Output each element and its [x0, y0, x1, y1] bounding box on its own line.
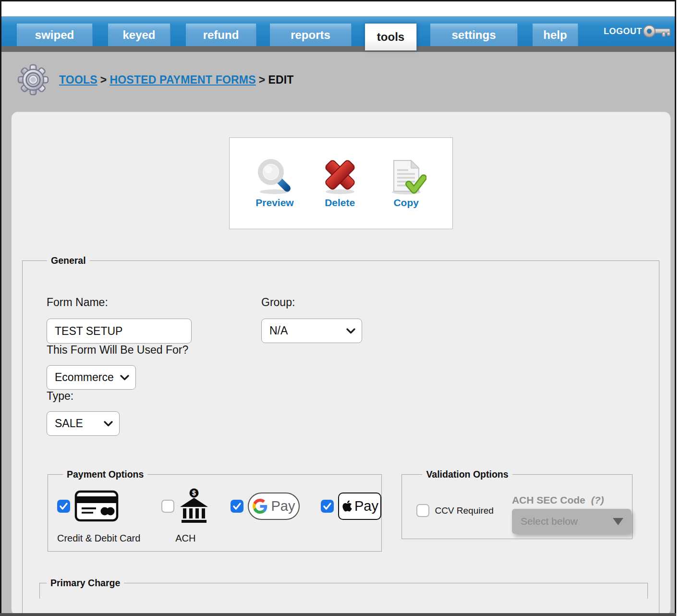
google-pay-logo: Pay — [248, 493, 300, 520]
page-background: TOOLS>HOSTED PAYMENT FORMS>EDIT — [1, 52, 675, 616]
credit-card-icon — [74, 490, 119, 522]
payment-option-gpay: Pay — [231, 490, 300, 522]
general-fieldset: General Form Name: Group: N/A — [22, 255, 659, 614]
document-check-icon — [386, 159, 426, 195]
tab-keyed[interactable]: keyed — [108, 24, 170, 46]
form-name-input[interactable] — [47, 319, 192, 344]
group-select-value: N/A — [269, 324, 288, 337]
form-name-label: Form Name: — [47, 296, 261, 309]
ach-sec-code-select-value: Select below — [521, 516, 578, 527]
ach-checkbox[interactable] — [161, 500, 174, 513]
breadcrumb-link-hosted-payment-forms[interactable]: HOSTED PAYMENT FORMS — [109, 74, 255, 86]
key-icon — [642, 22, 672, 41]
tab-refund[interactable]: refund — [186, 24, 256, 46]
validation-options-legend: Validation Options — [422, 469, 512, 480]
group-label: Group: — [261, 296, 362, 309]
delete-button[interactable]: Delete — [321, 159, 359, 209]
card-option-label: Credit & Debit Card — [57, 533, 140, 544]
dropdown-triangle-icon — [613, 518, 623, 525]
red-x-icon — [321, 159, 359, 195]
top-spacer — [1, 1, 675, 16]
primary-charge-fieldset: Primary Charge — [39, 578, 648, 599]
apple-pay-logo: Pay — [338, 493, 381, 520]
general-legend: General — [47, 255, 90, 266]
payment-option-ach: $ — [161, 490, 209, 544]
applepay-checkbox[interactable] — [321, 500, 334, 513]
svg-text:$: $ — [193, 489, 196, 497]
gpay-label: Pay — [271, 498, 295, 514]
ach-option-label: ACH — [161, 533, 209, 544]
payment-options-fieldset: Payment Options — [48, 469, 382, 552]
screen: swiped keyed refund reports tools settin… — [0, 0, 681, 616]
form-action-box: Preview — [229, 137, 453, 229]
tab-reports[interactable]: reports — [270, 24, 352, 46]
bottom-edge — [0, 613, 676, 616]
validation-options-fieldset: Validation Options CCV Required ACH SEC — [401, 469, 632, 539]
tab-settings[interactable]: settings — [430, 24, 518, 46]
type-label: Type: — [47, 390, 73, 402]
chevron-down-icon — [104, 421, 113, 427]
payment-option-card: Credit & Debit Card — [57, 490, 140, 544]
gear-icon — [17, 64, 49, 96]
magnifier-icon — [256, 159, 293, 195]
payment-option-applepay: Pay — [321, 490, 381, 522]
main-panel: Preview — [11, 111, 671, 616]
primary-charge-legend: Primary Charge — [47, 578, 124, 589]
ach-sec-code-select[interactable]: Select below — [512, 509, 631, 534]
logout-button[interactable]: LOGOUT — [604, 22, 672, 41]
preview-button[interactable]: Preview — [255, 159, 293, 209]
copy-label: Copy — [393, 197, 419, 209]
preview-label: Preview — [255, 197, 293, 209]
nav-shadow-strip — [1, 46, 675, 52]
type-select-value: SALE — [55, 417, 83, 430]
chevron-down-icon — [346, 328, 355, 334]
group-select[interactable]: N/A — [261, 319, 362, 343]
tab-help[interactable]: help — [533, 24, 578, 46]
ccv-required-label: CCV Required — [435, 505, 494, 516]
google-g-icon — [253, 499, 268, 514]
card-checkbox[interactable] — [57, 500, 70, 513]
logout-label: LOGOUT — [604, 26, 642, 37]
breadcrumb-link-tools[interactable]: TOOLS — [59, 74, 97, 86]
breadcrumb: TOOLS>HOSTED PAYMENT FORMS>EDIT — [1, 52, 675, 111]
breadcrumb-separator: > — [256, 74, 268, 86]
tab-swiped[interactable]: swiped — [17, 24, 93, 46]
ccv-required-checkbox[interactable] — [416, 504, 429, 517]
tab-tools[interactable]: tools — [365, 24, 417, 50]
top-navbar: swiped keyed refund reports tools settin… — [1, 16, 675, 46]
gpay-checkbox[interactable] — [231, 500, 243, 513]
bank-icon: $ — [179, 488, 209, 524]
type-select[interactable]: SALE — [47, 411, 120, 436]
used-for-select[interactable]: Ecommerce — [47, 365, 136, 390]
help-icon[interactable]: (?) — [591, 494, 604, 505]
breadcrumb-current: EDIT — [268, 74, 293, 86]
apple-icon — [341, 499, 353, 513]
used-for-select-value: Ecommerce — [55, 371, 114, 384]
applepay-label: Pay — [354, 498, 378, 514]
copy-button[interactable]: Copy — [386, 159, 426, 209]
breadcrumb-separator: > — [97, 74, 110, 86]
window-frame: swiped keyed refund reports tools settin… — [0, 0, 676, 616]
delete-label: Delete — [325, 197, 355, 209]
ach-sec-code-label: ACH SEC Code(?) — [512, 494, 631, 506]
chevron-down-icon — [120, 375, 129, 381]
used-for-label: This Form Will Be Used For? — [47, 344, 188, 356]
payment-options-legend: Payment Options — [63, 469, 147, 480]
